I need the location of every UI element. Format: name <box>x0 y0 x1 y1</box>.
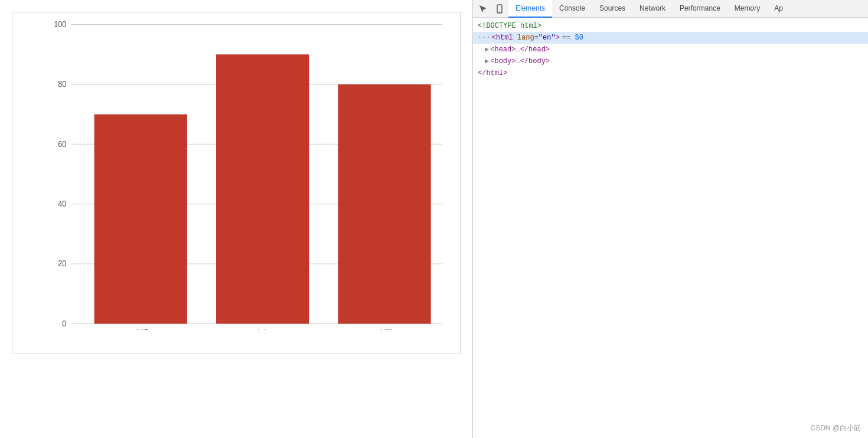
devtools-panel: Elements Console Sources Network Perform… <box>472 0 868 438</box>
body-line[interactable]: ▶<body>…</body> <box>473 55 868 67</box>
bar-xiaohong <box>216 54 309 323</box>
svg-text:小明: 小明 <box>133 328 149 330</box>
chart-svg: 100 80 60 40 20 0 小明 小红 小 <box>48 18 454 330</box>
watermark: CSDN @白小筋 <box>810 423 861 433</box>
svg-text:小红: 小红 <box>254 328 270 330</box>
tab-performance[interactable]: Performance <box>673 0 727 18</box>
svg-text:20: 20 <box>58 259 66 269</box>
svg-text:100: 100 <box>54 19 66 29</box>
cursor-icon[interactable] <box>475 1 491 17</box>
doctype-line: <!DOCTYPE html> <box>473 20 868 32</box>
svg-text:小王: 小王 <box>377 328 393 330</box>
svg-text:40: 40 <box>58 199 66 208</box>
svg-text:80: 80 <box>58 80 66 89</box>
svg-text:60: 60 <box>58 139 66 149</box>
svg-point-16 <box>499 11 500 12</box>
bar-xiaowang <box>338 84 430 324</box>
tab-memory[interactable]: Memory <box>727 0 767 18</box>
head-line[interactable]: ▶<head>…</head> <box>473 44 868 55</box>
tab-ap[interactable]: Ap <box>767 0 790 18</box>
svg-text:0: 0 <box>62 319 66 328</box>
page-area: 100 80 60 40 20 0 小明 小红 小 <box>0 0 472 438</box>
chart-container: 100 80 60 40 20 0 小明 小红 小 <box>12 12 461 354</box>
tab-sources[interactable]: Sources <box>592 0 632 18</box>
html-close-line: </html> <box>473 67 868 79</box>
mobile-icon[interactable] <box>492 1 507 17</box>
tab-console[interactable]: Console <box>552 0 592 18</box>
devtools-tabs: Elements Console Sources Network Perform… <box>473 0 868 18</box>
tab-elements[interactable]: Elements <box>508 0 552 18</box>
devtools-dom-tree: <!DOCTYPE html> ···<html lang="en">== $0… <box>473 18 868 438</box>
bar-xiaoming <box>94 115 187 324</box>
tab-network[interactable]: Network <box>632 0 673 18</box>
html-line[interactable]: ···<html lang="en">== $0 <box>473 32 868 44</box>
